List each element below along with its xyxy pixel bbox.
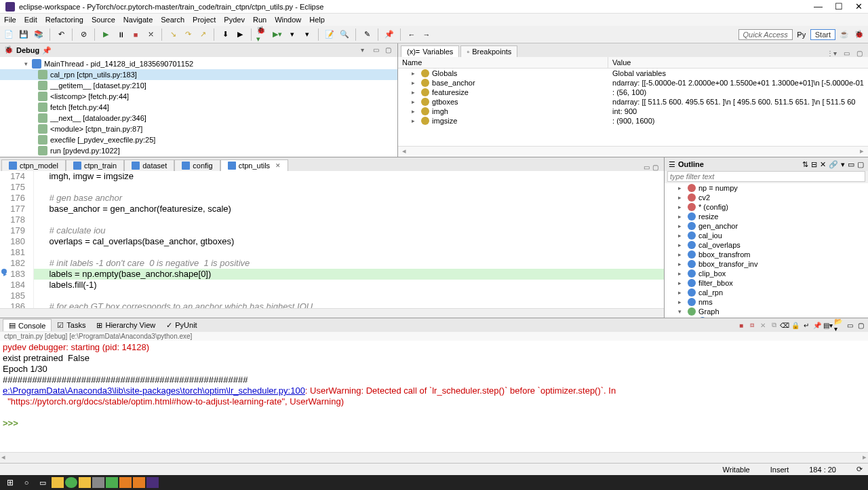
variable-row[interactable]: ▸featuresize: (56, 100) (398, 88, 868, 97)
expand-icon[interactable]: ▸ (412, 98, 418, 105)
code-line[interactable] (34, 214, 664, 225)
step-return-button[interactable]: ↗ (197, 29, 209, 41)
outline-item[interactable]: ▸gen_anchor (665, 221, 868, 231)
tab-variables[interactable]: (x)= Variables (401, 45, 459, 57)
expand-icon[interactable]: ▾ (24, 60, 28, 67)
line-number[interactable]: 177 (0, 204, 25, 214)
outline-item[interactable]: ▸nms (665, 297, 868, 307)
line-number[interactable]: 186 (0, 301, 25, 308)
quick-access-input[interactable]: Quick Access (738, 29, 793, 40)
debug-view-pin-icon[interactable]: 📌 (42, 46, 52, 55)
tab-console[interactable]: ▤ Console (3, 319, 52, 331)
save-button[interactable]: 💾 (18, 29, 30, 41)
editor-max-icon[interactable]: ▢ (652, 164, 658, 171)
variable-row[interactable]: ▸imghint: 900 (398, 107, 868, 116)
variables-view-menu-icon[interactable]: ⋮▾ (824, 50, 840, 57)
variable-row[interactable]: ▸base_anchorndarray: [[-5.0000e-01 2.000… (398, 78, 868, 88)
menu-source[interactable]: Source (92, 16, 115, 24)
code-line[interactable]: labels.fill(-1) (34, 280, 664, 290)
line-number[interactable]: 178 (0, 214, 25, 225)
debug-dropdown[interactable]: 🐞▾ (256, 29, 269, 41)
step-into-button[interactable]: ↘ (167, 29, 179, 41)
perspective-java-icon[interactable]: ☕ (838, 29, 850, 41)
variable-row[interactable]: ▸imgsize: (900, 1600) (398, 116, 868, 126)
debug-frame-row[interactable]: __next__ [dataloader.py:346] (0, 113, 397, 124)
menu-run[interactable]: Run (253, 16, 267, 24)
line-number[interactable]: 179 (0, 225, 25, 236)
debug-frame-row[interactable]: main [pydevd.py:1615] (0, 156, 397, 157)
variables-maximize-icon[interactable]: ▢ (854, 50, 865, 57)
outline-item[interactable]: ▸np = numpy (665, 183, 868, 193)
outline-collapse-icon[interactable]: ⊟ (811, 160, 817, 169)
editor-tab-config[interactable]: config (174, 159, 220, 171)
variables-hscrollbar[interactable]: ◂▸ (398, 146, 868, 157)
console-clear-icon[interactable]: ⌫ (780, 320, 789, 330)
pin-button[interactable]: 📌 (383, 29, 395, 41)
outline-item[interactable]: ▸* (config) (665, 202, 868, 212)
expand-icon[interactable]: ▸ (678, 194, 685, 201)
console-terminate-icon[interactable]: ■ (736, 320, 746, 330)
outline-item[interactable]: ▸cal_overlaps (665, 240, 868, 250)
tab-tasks[interactable]: ☑ Tasks (52, 320, 91, 331)
menu-pydev[interactable]: Pydev (224, 16, 245, 24)
menu-project[interactable]: Project (193, 16, 216, 24)
task-app5-icon[interactable] (133, 477, 145, 488)
terminate-button[interactable]: ■ (130, 29, 142, 41)
console-min-icon[interactable]: ▭ (845, 320, 854, 330)
outline-item[interactable]: ▾Graph (665, 307, 868, 316)
console-remove-all-icon[interactable]: ⧉ (769, 320, 778, 330)
minimize-button[interactable]: — (814, 1, 823, 12)
task-eclipse-icon[interactable] (146, 477, 159, 488)
task-cortana-icon[interactable]: ○ (19, 476, 34, 489)
code-line[interactable] (34, 182, 664, 193)
task-app1-icon[interactable] (79, 477, 91, 488)
editor-tab-ctpn_model[interactable]: ctpn_model (1, 159, 66, 171)
outline-item[interactable]: ▸cv2 (665, 193, 868, 202)
debug-view-menu-icon[interactable]: ▾ (361, 46, 369, 54)
outline-item[interactable]: ▸clip_box (665, 269, 868, 278)
close-button[interactable]: ✕ (855, 1, 863, 12)
task-app3-icon[interactable] (106, 477, 118, 488)
expand-icon[interactable]: ▸ (678, 261, 685, 267)
debug-frame-row[interactable]: fetch [fetch.py:44] (0, 102, 397, 113)
perspective-pydev-icon[interactable]: Py (795, 29, 808, 41)
outline-item[interactable]: ▸bbox_transfrom (665, 250, 868, 259)
expand-icon[interactable]: ▸ (412, 89, 418, 96)
expand-icon[interactable]: ▸ (412, 108, 418, 115)
line-number[interactable]: 176 (0, 193, 25, 204)
outline-min-icon[interactable]: ▭ (848, 160, 854, 169)
editor-min-icon[interactable]: ▭ (644, 164, 650, 171)
maximize-button[interactable]: ☐ (835, 1, 843, 12)
code-line[interactable]: # init labels -1 don't care 0 is negativ… (34, 258, 664, 269)
console-max-icon[interactable]: ▢ (856, 320, 865, 330)
console-pin-icon[interactable]: 📌 (812, 320, 822, 330)
minimize-icon[interactable]: ▭ (373, 46, 381, 54)
outline-item[interactable]: ▸cal_rpn (665, 288, 868, 297)
expand-icon[interactable]: ▸ (678, 299, 685, 305)
variables-col-value[interactable]: Value (608, 57, 868, 68)
expand-icon[interactable]: ▸ (678, 289, 685, 296)
debug-stack-tree[interactable]: ▾MainThread - pid_14128_id_1835690701152… (0, 57, 397, 157)
save-all-button[interactable]: 📚 (33, 29, 45, 41)
debug-frame-row[interactable]: cal_rpn [ctpn_utils.py:183] (0, 69, 397, 80)
debug-frame-row[interactable]: execfile [_pydev_execfile.py:25] (0, 134, 397, 145)
debug-frame-row[interactable]: <module> [ctpn_train.py:87] (0, 124, 397, 134)
expand-icon[interactable]: ▸ (678, 232, 685, 239)
outline-item[interactable]: ▸filter_bbox (665, 278, 868, 288)
coverage-dropdown[interactable]: ▾ (286, 29, 298, 41)
perspective-debug-icon[interactable]: 🐞 (853, 29, 865, 41)
line-number[interactable]: 183 (0, 269, 25, 280)
console-hscrollbar[interactable]: ◂▸ (0, 452, 868, 461)
maximize-icon[interactable]: ▢ (385, 46, 393, 54)
variable-row[interactable]: ▸GlobalsGlobal variables (398, 69, 868, 78)
outline-tree[interactable]: ▸np = numpy▸cv2▸* (config)▸resize▸gen_an… (665, 183, 868, 318)
outline-sort-icon[interactable]: ⇅ (802, 160, 808, 169)
line-number[interactable]: 185 (0, 290, 25, 301)
code-line[interactable] (34, 247, 664, 258)
tab-hierarchy[interactable]: ⊞ Hierarchy View (91, 320, 161, 331)
outline-hide-icon[interactable]: ✕ (820, 160, 826, 169)
menu-navigate[interactable]: Navigate (123, 16, 153, 24)
variables-table-body[interactable]: ▸GlobalsGlobal variables▸base_anchorndar… (398, 69, 868, 146)
expand-icon[interactable]: ▸ (678, 223, 685, 229)
forward-button[interactable]: → (420, 29, 433, 41)
